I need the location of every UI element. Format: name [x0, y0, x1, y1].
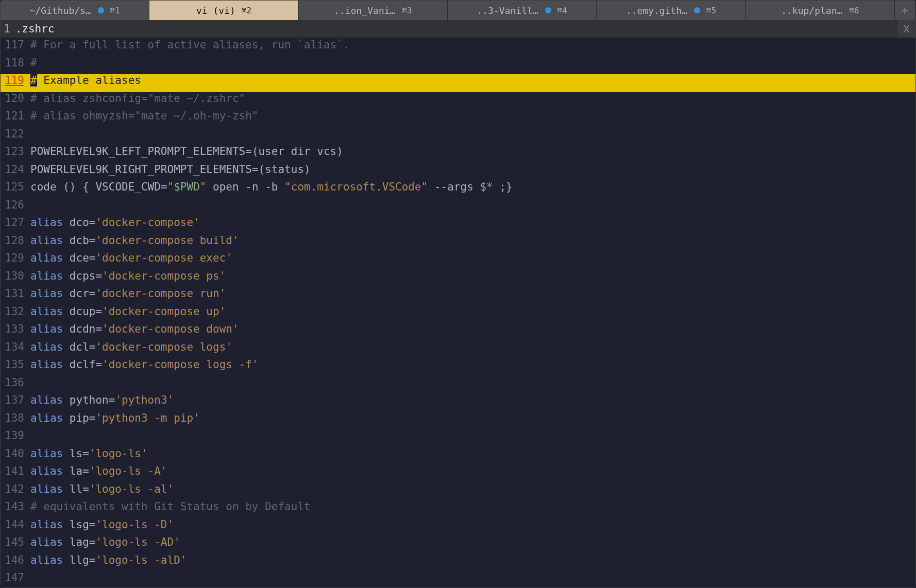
line-number: 140: [1, 447, 30, 460]
code-line: 145alias lag='logo-ls -AD': [1, 536, 915, 554]
tab-3[interactable]: ..ion_VanillaJS...⌘3: [299, 1, 448, 20]
editor-viewport[interactable]: 117# For a full list of active aliases, …: [1, 38, 915, 587]
token: open: [206, 181, 245, 193]
tab-6[interactable]: ..kup/planet-fe...⌘6: [746, 1, 895, 20]
line-content: # alias zshconfig="mate ~/.zshrc": [30, 92, 915, 105]
token: dco=: [63, 216, 95, 229]
line-number: 130: [1, 270, 30, 282]
tab-1[interactable]: ~/Github/sg...⌘1: [1, 1, 149, 20]
token: 'logo-ls -al': [89, 483, 174, 495]
tab-4[interactable]: ..3-VanillaJ...⌘4: [448, 1, 597, 20]
code-line: 134alias dcl='docker-compose logs': [1, 341, 915, 359]
token: (status): [259, 163, 311, 176]
token: # alias ohmyzsh="mate ~/.oh-my-zsh": [30, 110, 259, 122]
token: 'logo-ls': [89, 447, 148, 460]
code-line: 125code () { VSCODE_CWD="$PWD" open -n -…: [1, 181, 915, 199]
token: 'docker-compose logs -f': [102, 358, 258, 371]
unsaved-dot-icon: [545, 7, 551, 13]
line-number: 141: [1, 465, 30, 477]
line-content: alias llg='logo-ls -alD': [30, 554, 915, 566]
code-line: 139: [1, 429, 915, 447]
line-number: 127: [1, 216, 30, 229]
token: dcr=: [63, 287, 95, 300]
line-content: alias dcdn='docker-compose down': [30, 323, 915, 335]
token: 'logo-ls -alD': [95, 554, 186, 566]
token: lag=: [63, 536, 95, 548]
line-number: 119: [1, 74, 30, 87]
token: ;}: [493, 181, 513, 193]
token: python=: [63, 394, 115, 406]
tab-label: ~/Github/sg...: [30, 5, 92, 16]
line-content: alias dcr='docker-compose run': [30, 287, 915, 300]
token: dcps=: [63, 270, 102, 282]
code-line: 141alias la='logo-ls -A': [1, 465, 915, 483]
code-line: 133alias dcdn='docker-compose down': [1, 323, 915, 341]
tab-shortcut: ⌘1: [110, 6, 120, 15]
line-number: 131: [1, 287, 30, 300]
line-number: 146: [1, 554, 30, 566]
token: POWERLEVEL9K_RIGHT_PROMPT_ELEMENTS: [30, 163, 252, 176]
line-number: 126: [1, 199, 30, 211]
code-line: 142alias ll='logo-ls -al': [1, 483, 915, 501]
token: #: [30, 57, 37, 69]
token: dcdn=: [63, 323, 102, 335]
token: ": [200, 181, 207, 193]
token: dcl=: [63, 341, 95, 353]
line-number: 145: [1, 536, 30, 548]
line-number: 128: [1, 234, 30, 247]
code-line: 129alias dce='docker-compose exec': [1, 252, 915, 270]
line-number: 123: [1, 145, 30, 158]
code-line: 119# Example aliases: [1, 74, 915, 92]
token: $PWD: [174, 181, 200, 193]
tab-shortcut: ⌘2: [242, 6, 251, 15]
token: ": [167, 181, 174, 193]
line-content: alias dcup='docker-compose up': [30, 305, 915, 318]
line-number: 118: [1, 57, 30, 69]
token: dce=: [63, 252, 95, 264]
token: dclf=: [63, 358, 102, 371]
code-line: 144alias lsg='logo-ls -D': [1, 518, 915, 537]
tab-shortcut: ⌘3: [402, 6, 412, 15]
code-line: 121# alias ohmyzsh="mate ~/.oh-my-zsh": [1, 110, 915, 128]
line-number: 129: [1, 252, 30, 264]
token: =: [245, 145, 252, 158]
token: 'docker-compose up': [102, 305, 226, 318]
token: 'docker-compose logs': [95, 341, 232, 353]
token: dcup=: [63, 305, 102, 318]
line-content: #: [30, 57, 915, 69]
line-number: 144: [1, 518, 30, 531]
unsaved-dot-icon: [694, 7, 700, 13]
buffer-bar: 1 .zshrc X: [1, 20, 915, 38]
buffer-close-button[interactable]: X: [897, 20, 915, 38]
new-tab-button[interactable]: +: [895, 1, 915, 20]
line-number: 138: [1, 412, 30, 424]
code-line: 123POWERLEVEL9K_LEFT_PROMPT_ELEMENTS=(us…: [1, 145, 915, 163]
code-line: 137alias python='python3': [1, 394, 915, 412]
code-line: 131alias dcr='docker-compose run': [1, 287, 915, 305]
token: --: [428, 181, 447, 193]
code-line: 124POWERLEVEL9K_RIGHT_PROMPT_ELEMENTS=(s…: [1, 163, 915, 181]
tab-label: ..ion_VanillaJS...: [334, 5, 396, 16]
line-number: 117: [1, 39, 30, 51]
line-content: alias lag='logo-ls -AD': [30, 536, 915, 548]
tab-bar: ~/Github/sg...⌘1vi (vi)⌘2..ion_VanillaJS…: [1, 1, 915, 20]
tab-5[interactable]: ..emy.githu...⌘5: [597, 1, 745, 20]
token: args: [447, 181, 480, 193]
token: -n -b: [245, 181, 284, 193]
line-number: 143: [1, 500, 30, 513]
token: lsg=: [63, 518, 95, 531]
code-line: 146alias llg='logo-ls -alD': [1, 554, 915, 572]
token: 'logo-ls -D': [95, 518, 174, 531]
code-line: 117# For a full list of active aliases, …: [1, 39, 915, 57]
code-line: 128alias dcb='docker-compose build': [1, 234, 915, 252]
tab-label: ..emy.githu...: [626, 5, 688, 16]
tab-2[interactable]: vi (vi)⌘2: [149, 1, 298, 20]
tab-shortcut: ⌘5: [706, 6, 716, 15]
line-content: alias dcl='docker-compose logs': [30, 341, 915, 353]
code-line: 118#: [1, 57, 915, 75]
terminal-window: ~/Github/sg...⌘1vi (vi)⌘2..ion_VanillaJS…: [0, 0, 916, 588]
line-number: 120: [1, 92, 30, 105]
token: alias: [30, 234, 63, 247]
token: pip=: [63, 412, 95, 424]
token: Example aliases: [37, 74, 141, 87]
